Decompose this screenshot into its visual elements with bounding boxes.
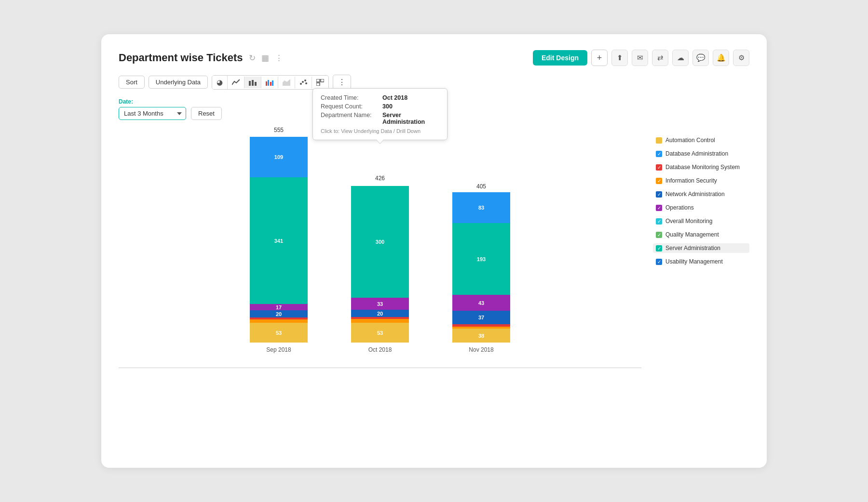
reset-button[interactable]: Reset	[191, 107, 222, 120]
segment-oct-network: 20	[351, 310, 409, 317]
stacked-bar-oct[interactable]: 53 20 33 300	[351, 184, 409, 343]
grouped-bar-icon[interactable]	[261, 77, 278, 88]
chart-tooltip: Created Time: Oct 2018 Request Count: 30…	[312, 88, 448, 140]
svg-point-10	[304, 79, 306, 81]
add-button[interactable]: +	[591, 50, 608, 66]
segment-nov-automation: 38	[452, 329, 510, 343]
bar-chart-icon[interactable]	[244, 77, 261, 88]
svg-rect-2	[255, 82, 257, 86]
segment-oct-dbmon	[351, 317, 409, 319]
legend-item-9[interactable]: ✓ Usability Management	[653, 257, 749, 266]
legend-label-9: Usability Management	[665, 258, 723, 265]
cloud-button[interactable]: ☁	[672, 50, 689, 66]
legend-label-5: Operations	[665, 204, 694, 211]
legend-panel: Automation Control ✓ Database Administra…	[653, 132, 749, 270]
legend-color-3: ✓	[656, 178, 662, 184]
svg-rect-13	[321, 79, 324, 82]
bar-group-oct: 426 53 20 33	[351, 175, 409, 353]
legend-label-4: Network Administration	[665, 191, 725, 198]
svg-rect-12	[316, 79, 320, 82]
legend-label-7: Quality Management	[665, 231, 719, 238]
edit-design-button[interactable]: Edit Design	[533, 50, 587, 66]
legend-item-1[interactable]: ✓ Database Administration	[653, 149, 749, 159]
settings-button[interactable]: ⚙	[733, 50, 749, 66]
tooltip-created-time: Created Time: Oct 2018	[321, 94, 439, 101]
bar-group-sep: 555 53 20 17	[250, 127, 308, 353]
legend-item-0[interactable]: Automation Control	[653, 135, 749, 145]
email-button[interactable]: ✉	[632, 50, 648, 66]
legend-color-6: ✓	[656, 218, 662, 225]
segment-nov-ops: 43	[452, 295, 510, 311]
segment-sep-dbmon	[250, 317, 308, 319]
legend-item-4[interactable]: ✓ Network Administration	[653, 189, 749, 199]
bar-total-oct: 426	[375, 175, 385, 182]
title-group: Department wise Tickets ↻ ▦ ⋮	[119, 52, 283, 64]
alert-button[interactable]: 🔔	[713, 50, 729, 66]
sort-button[interactable]: Sort	[119, 76, 145, 89]
segment-sep-automation: 53	[250, 323, 308, 343]
bar-label-oct: Oct 2018	[368, 346, 392, 353]
legend-label-0: Automation Control	[665, 137, 715, 144]
main-card: Department wise Tickets ↻ ▦ ⋮ Edit Desig…	[101, 34, 767, 468]
legend-item-2[interactable]: ✓ Database Monitoring System	[653, 162, 749, 172]
legend-label-6: Overall Monitoring	[665, 218, 712, 225]
pivot-icon[interactable]	[312, 77, 328, 88]
segment-sep-dbadmin: 109	[250, 137, 308, 177]
segment-sep-infosec	[250, 319, 308, 323]
calendar-icon[interactable]: ▦	[261, 53, 269, 63]
bar-label-nov: Nov 2018	[469, 346, 493, 353]
svg-rect-5	[270, 82, 271, 86]
legend-label-8: Server Administration	[665, 245, 720, 251]
stacked-bar-nov[interactable]: 38 37 43 193 83	[452, 192, 510, 343]
page-title: Department wise Tickets	[119, 52, 243, 64]
segment-oct-server: 300	[351, 186, 409, 298]
bar-label-sep: Sep 2018	[266, 346, 291, 353]
legend-item-8[interactable]: ✓ Server Administration	[653, 243, 749, 253]
tooltip-dept-name: Department Name: Server Administration	[321, 112, 439, 125]
segment-sep-server: 341	[250, 177, 308, 304]
toolbar-row: Sort Underlying Data ◕ ⋮	[119, 75, 749, 90]
legend-label-2: Database Monitoring System	[665, 164, 740, 171]
underlying-data-button[interactable]: Underlying Data	[149, 76, 208, 89]
legend-item-5[interactable]: ✓ Operations	[653, 203, 749, 212]
segment-oct-automation: 53	[351, 323, 409, 343]
segment-sep-network: 20	[250, 310, 308, 317]
area-chart-icon[interactable]	[278, 77, 295, 88]
tooltip-request-count-value: 300	[382, 103, 393, 110]
line-chart-icon[interactable]	[228, 77, 244, 88]
export-button[interactable]: ⬆	[611, 50, 628, 66]
svg-rect-14	[316, 83, 320, 86]
svg-point-9	[302, 81, 304, 83]
header-actions: Edit Design + ⬆ ✉ ⇄ ☁ 💬 🔔 ⚙	[533, 50, 749, 66]
tooltip-created-time-label: Created Time:	[321, 94, 379, 101]
segment-nov-network: 37	[452, 311, 510, 324]
legend-item-7[interactable]: ✓ Quality Management	[653, 230, 749, 239]
stacked-bar-sep[interactable]: 53 20 17 341 109	[250, 135, 308, 343]
legend-label-3: Information Security	[665, 177, 717, 184]
tooltip-request-count-label: Request Count:	[321, 103, 379, 110]
legend-item-3[interactable]: ✓ Information Security	[653, 176, 749, 185]
segment-nov-infosec	[452, 327, 510, 329]
tooltip-dept-label: Department Name:	[321, 112, 379, 125]
legend-item-6[interactable]: ✓ Overall Monitoring	[653, 216, 749, 226]
share-button[interactable]: ⇄	[652, 50, 668, 66]
svg-marker-7	[283, 79, 290, 86]
segment-oct-infosec	[351, 319, 409, 323]
more-button[interactable]: ⋮	[333, 75, 351, 90]
segment-nov-dbadmin: 83	[452, 192, 510, 223]
refresh-icon[interactable]: ↻	[249, 53, 256, 63]
svg-rect-3	[266, 81, 267, 86]
tooltip-hint: Click to: View Underlying Data / Drill D…	[321, 128, 439, 134]
comment-button[interactable]: 💬	[692, 50, 709, 66]
svg-point-8	[300, 83, 302, 85]
legend-color-0	[656, 137, 662, 144]
legend-label-1: Database Administration	[665, 150, 728, 157]
legend-color-2: ✓	[656, 164, 662, 171]
more-options-icon[interactable]: ⋮	[275, 53, 283, 63]
scatter-icon[interactable]	[295, 77, 312, 88]
date-select[interactable]: Last 3 Months Last 6 Months Last 12 Mont…	[119, 107, 186, 120]
svg-point-11	[305, 82, 307, 84]
donut-chart-icon[interactable]: ◕	[212, 76, 228, 89]
tooltip-created-time-value: Oct 2018	[382, 94, 407, 101]
tooltip-arrow-inner	[377, 140, 383, 144]
